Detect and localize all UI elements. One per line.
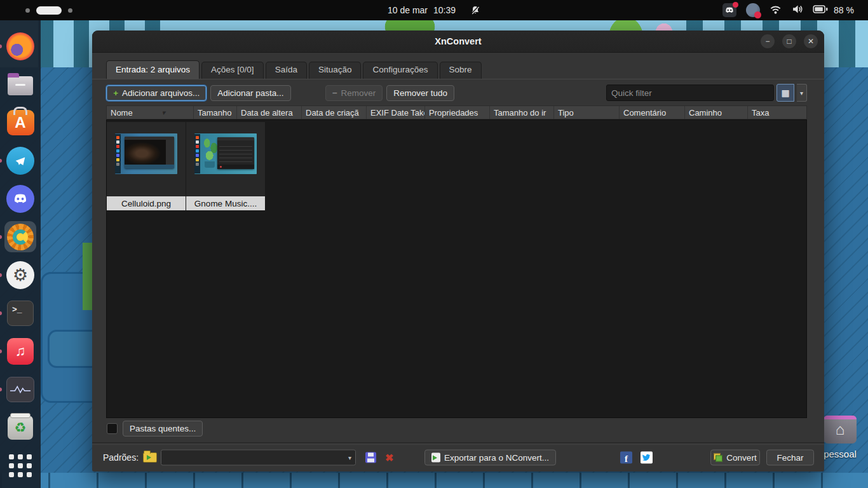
add-folder-button[interactable]: Adicionar pasta... [210, 85, 290, 101]
terminal-icon: >_ [7, 301, 34, 326]
facebook-icon[interactable]: f [620, 452, 632, 464]
notification-badge [733, 2, 738, 8]
dock-item-files[interactable] [4, 69, 36, 100]
running-indicator [0, 388, 2, 391]
file-item-celluloid[interactable]: Celluloid.png [107, 122, 186, 210]
tab-configuracoes[interactable]: Configurações [363, 62, 437, 79]
dock-item-xnconvert[interactable] [4, 221, 36, 252]
input-toolbar: + Adicionar arquivos... Adicionar pasta.… [106, 84, 807, 102]
running-indicator [0, 273, 2, 277]
telegram-icon [6, 147, 34, 175]
dock-item-trash[interactable]: ♻ [4, 412, 36, 443]
plus-icon: + [113, 88, 118, 98]
discord-tray-icon[interactable] [722, 3, 736, 17]
minimize-button[interactable]: − [761, 34, 775, 48]
patterns-combobox[interactable]: ▾ [161, 450, 356, 466]
chevron-down-icon: ▾ [348, 454, 351, 461]
running-indicator [0, 311, 2, 315]
tab-saida[interactable]: Saída [266, 62, 307, 79]
thumbnail-view-button[interactable]: ▦ [776, 84, 794, 102]
remove-button[interactable]: − Remover [325, 85, 383, 101]
dock-item-terminal[interactable]: >_ [4, 297, 36, 329]
column-header-data-criacao[interactable]: Data de criaçã [302, 106, 367, 119]
column-header-exif-date[interactable]: EXIF Date Take [367, 106, 425, 119]
file-thumbnail [115, 133, 177, 174]
wallpaper-plant [83, 243, 93, 310]
fechar-button[interactable]: Fechar [766, 450, 814, 466]
tab-situacao[interactable]: Situação [309, 62, 362, 79]
gear-icon: ⚙ [6, 261, 34, 289]
system-tray[interactable]: 88 % [722, 3, 854, 17]
file-thumbnail [194, 133, 257, 174]
notification-badge [754, 11, 761, 18]
maximize-button[interactable]: □ [782, 34, 796, 48]
dock-item-firefox[interactable] [4, 30, 36, 62]
dock-item-settings[interactable]: ⚙ [4, 259, 36, 290]
file-list[interactable]: Celluloid.png Gnome Music.... [106, 119, 807, 418]
column-header-nome[interactable]: Nome ▾ [107, 106, 194, 119]
ubuntu-software-icon: A [7, 110, 34, 135]
dock-item-ubuntu-software[interactable]: A [4, 107, 36, 138]
column-header-propriedades[interactable]: Propriedades [425, 106, 490, 119]
twitter-icon[interactable] [641, 452, 653, 464]
wallpaper-floor [0, 473, 868, 488]
time-label: 10:39 [433, 5, 456, 15]
window-titlebar[interactable]: XnConvert − □ ✕ [92, 30, 824, 53]
bell-slash-icon [470, 5, 480, 15]
patterns-label: Padrões: [103, 452, 139, 463]
xnconvert-icon [7, 224, 34, 250]
files-icon [8, 76, 33, 95]
convert-button[interactable]: Convert [710, 450, 760, 466]
wifi-icon[interactable] [770, 5, 782, 16]
tab-entrada[interactable]: Entrada: 2 arquivos [106, 60, 200, 79]
date-label: 10 de mar [388, 5, 428, 15]
open-pattern-folder-icon[interactable] [143, 452, 157, 463]
hot-folders-checkbox[interactable] [107, 423, 118, 434]
export-icon [431, 453, 440, 463]
column-header-taxa[interactable]: Taxa [748, 106, 806, 119]
trash-icon: ♻ [8, 416, 33, 440]
dock-item-telegram[interactable] [4, 145, 36, 176]
convert-icon [714, 454, 722, 462]
delete-pattern-icon[interactable]: ✖ [385, 452, 393, 464]
view-options-caret[interactable]: ▾ [797, 84, 807, 102]
tab-acoes[interactable]: Ações [0/0] [201, 62, 264, 79]
quick-filter-input[interactable] [606, 85, 774, 101]
remove-all-button[interactable]: Remover tudo [386, 85, 454, 101]
file-item-gnome-music[interactable]: Gnome Music.... [186, 122, 265, 210]
column-header-tipo[interactable]: Tipo [554, 106, 620, 119]
save-pattern-icon[interactable] [365, 452, 376, 463]
dock-item-discord[interactable] [4, 183, 36, 214]
minus-icon: − [332, 88, 337, 98]
top-bar: 10 de mar 10:39 [0, 0, 868, 20]
dock-item-app-grid[interactable] [4, 450, 36, 481]
volume-icon[interactable] [791, 4, 803, 16]
running-indicator [0, 44, 2, 48]
discord-icon [6, 185, 34, 213]
bottom-bar: Padrões: ▾ ✖ Exportar para o NConvert...… [92, 444, 824, 471]
file-name-label: Gnome Music.... [186, 196, 265, 210]
running-indicator [0, 159, 2, 163]
dock-item-system-monitor[interactable] [4, 374, 36, 405]
dock-item-music[interactable]: ♫ [4, 336, 36, 367]
column-header-comentario[interactable]: Comentário [620, 106, 685, 119]
firefox-icon [6, 32, 34, 60]
column-header-tamanho-impressao[interactable]: Tamanho do ir [490, 106, 554, 119]
column-header-caminho[interactable]: Caminho [685, 106, 748, 119]
export-nconvert-button[interactable]: Exportar para o NConvert... [424, 450, 556, 466]
column-header-data-alteracao[interactable]: Data de altera [237, 106, 302, 119]
system-monitor-icon [6, 377, 34, 402]
column-header-tamanho[interactable]: Tamanho [194, 106, 237, 119]
home-icon: ⌂ [836, 422, 845, 437]
desktop-home-folder-icon[interactable]: ⌂ [824, 416, 857, 444]
battery-icon[interactable] [813, 5, 828, 15]
file-name-label: Celluloid.png [107, 196, 186, 210]
battery-percent-label: 88 % [834, 5, 854, 15]
add-files-button[interactable]: + Adicionar arquivos... [106, 85, 207, 101]
sort-desc-icon: ▾ [161, 109, 165, 117]
close-button[interactable]: ✕ [804, 34, 818, 48]
app-tray-icon[interactable] [746, 3, 760, 17]
hot-folders-row: Pastas quentes... [107, 421, 203, 437]
hot-folders-button[interactable]: Pastas quentes... [123, 421, 203, 437]
tab-sobre[interactable]: Sobre [440, 62, 482, 79]
